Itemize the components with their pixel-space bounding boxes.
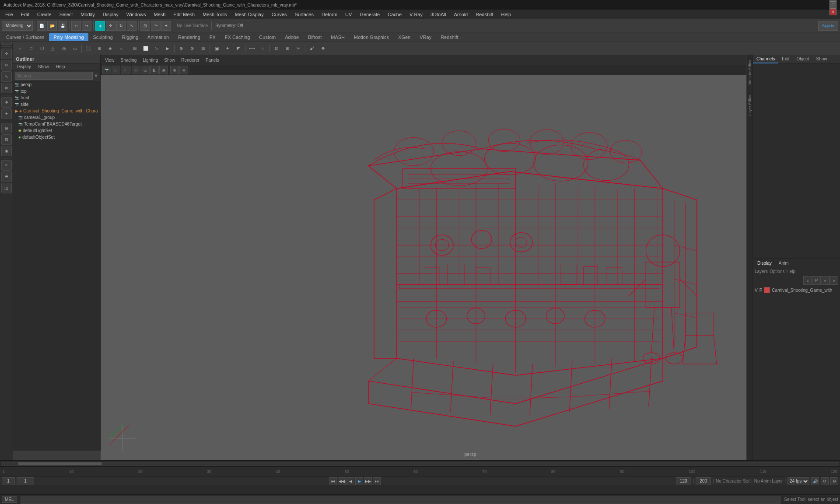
slide-btn[interactable]: ▶ — [162, 43, 173, 54]
layer-v-toggle[interactable]: V — [755, 288, 758, 293]
outliner-item-obj-set[interactable]: ◈ defaultObjectSet — [13, 134, 100, 140]
goto-end-btn[interactable]: ⏭ — [373, 477, 381, 485]
tab-redshift[interactable]: Redshift — [436, 33, 462, 41]
outliner-display-tab[interactable]: Display — [13, 63, 35, 70]
edit-tab[interactable]: Edit — [778, 55, 793, 63]
outliner-help-tab[interactable]: Help — [52, 63, 69, 70]
layer-editor-label[interactable]: Layer Editor — [748, 94, 752, 116]
layer-add-btn[interactable]: « — [803, 276, 812, 285]
sphere-btn[interactable]: ○ — [15, 43, 25, 54]
menu-item-v-ray[interactable]: V-Ray — [406, 11, 426, 18]
snap-point-btn[interactable]: ✦ — [161, 21, 171, 31]
vp-camera-btn[interactable]: 📷 — [102, 66, 111, 74]
canvas-area[interactable]: persp — [101, 75, 840, 460]
loop-cut-btn[interactable]: ⊟ — [130, 43, 140, 54]
tab-rendering[interactable]: Rendering — [174, 33, 205, 41]
close-button[interactable]: ✕ — [830, 8, 836, 15]
channels-tab[interactable]: Channels — [753, 55, 778, 63]
tab-bifrost[interactable]: Bifrost — [304, 33, 326, 41]
vp-xray-btn[interactable]: ◈ — [179, 66, 188, 74]
channel-btn[interactable]: ☰ — [1, 172, 12, 182]
tab-fx-caching[interactable]: FX Caching — [220, 33, 254, 41]
mode-dropdown[interactable]: Modeling — [2, 21, 33, 31]
fps-dropdown[interactable]: 24 fps 30 fps — [788, 477, 809, 485]
attribute-editor-label[interactable]: Attribute Editor — [748, 60, 752, 86]
show-tab[interactable]: Show — [812, 55, 830, 63]
bevel-btn[interactable]: ◈ — [105, 43, 116, 54]
vp-view-menu[interactable]: View — [102, 57, 117, 63]
uv-cut-btn[interactable]: ✂ — [293, 43, 304, 54]
snap-grid-btn[interactable]: ⊞ — [140, 21, 150, 31]
vp-isolate-btn[interactable]: ◉ — [170, 66, 179, 74]
start-frame-input[interactable] — [2, 477, 15, 485]
maximize-button[interactable]: □ — [830, 1, 836, 8]
anim-layer-tab[interactable]: Anim — [776, 260, 791, 266]
tab-fx[interactable]: FX — [205, 33, 220, 41]
quick-layout-btn[interactable]: ⊞ — [1, 123, 12, 133]
soft-sel-btn[interactable]: ❖ — [318, 43, 328, 54]
menu-item-create[interactable]: Create — [34, 11, 55, 18]
fill-hole-btn[interactable]: ▣ — [211, 43, 222, 54]
transform-tool-btn[interactable]: ⊕ — [1, 83, 12, 93]
cube-btn[interactable]: □ — [26, 43, 36, 54]
cone-btn[interactable]: △ — [48, 43, 58, 54]
step-forward-btn[interactable]: ▶▶ — [364, 477, 372, 485]
rotate-btn[interactable]: ↻ — [116, 21, 126, 31]
new-btn[interactable]: 📄 — [37, 21, 46, 31]
play-back-btn[interactable]: ◀ — [346, 477, 354, 485]
layer-key-btn[interactable]: » — [830, 276, 838, 285]
menu-item-mesh[interactable]: Mesh — [150, 11, 169, 18]
menu-item-help[interactable]: Help — [498, 11, 515, 18]
outliner-item-camera1-group[interactable]: 📷 camera1_group — [13, 114, 100, 121]
mirror-btn[interactable]: ⟺ — [247, 43, 257, 54]
vp-home-btn[interactable]: ⌂ — [121, 66, 130, 74]
layer-btn[interactable]: ◫ — [1, 183, 12, 193]
scale-btn[interactable]: ⤡ — [127, 21, 136, 31]
plane-btn[interactable]: ▭ — [70, 43, 80, 54]
tab-animation[interactable]: Animation — [143, 33, 173, 41]
merge-btn[interactable]: ⬦ — [116, 43, 126, 54]
audio-btn[interactable]: 🔊 — [811, 477, 819, 485]
menu-item-edit[interactable]: Edit — [18, 11, 33, 18]
bridge-btn[interactable]: ⊞ — [94, 43, 105, 54]
vp-panels-menu[interactable]: Panels — [203, 57, 222, 63]
outliner-search-input[interactable] — [15, 72, 93, 80]
offset-btn[interactable]: ⬜ — [140, 43, 151, 54]
vp-renderer-menu[interactable]: Renderer — [178, 57, 202, 63]
boolean-btn[interactable]: ⊠ — [198, 43, 208, 54]
menu-item-cache[interactable]: Cache — [384, 11, 405, 18]
tab-sculpting[interactable]: Sculpting — [89, 33, 117, 41]
tab-adobe[interactable]: Adobe — [280, 33, 303, 41]
menu-item-3dtoall[interactable]: 3DtoAll — [427, 11, 449, 18]
smooth-btn[interactable]: ≈ — [258, 43, 268, 54]
uv-layout-btn[interactable]: ⊞ — [282, 43, 293, 54]
combine-btn[interactable]: ⊕ — [176, 43, 186, 54]
playback-end-input[interactable] — [676, 477, 691, 485]
vp-lighting-menu[interactable]: Lighting — [140, 57, 161, 63]
move-tool-btn[interactable]: ✛ — [1, 49, 12, 59]
menu-item-edit-mesh[interactable]: Edit Mesh — [170, 11, 198, 18]
layer-ref-btn[interactable]: « — [821, 276, 830, 285]
vp-show-menu[interactable]: Show — [161, 57, 178, 63]
torus-btn[interactable]: ◎ — [59, 43, 69, 54]
vp-shade-btn[interactable]: ◧ — [150, 66, 159, 74]
uv-unfold-btn[interactable]: ⊡ — [271, 43, 282, 54]
outliner-item-persp[interactable]: 📷 persp — [13, 81, 100, 88]
tab-xgen[interactable]: XGen — [394, 33, 415, 41]
menu-item-surfaces[interactable]: Surfaces — [291, 11, 317, 18]
menu-item-arnold[interactable]: Arnold — [450, 11, 471, 18]
settings-btn[interactable]: ⚙ — [830, 477, 838, 485]
menu-item-redshift[interactable]: Redshift — [472, 11, 497, 18]
mel-input[interactable] — [21, 496, 781, 504]
mel-mode-label[interactable]: MEL — [2, 496, 17, 503]
open-btn[interactable]: 📂 — [47, 21, 57, 31]
menu-item-windows[interactable]: Windows — [123, 11, 150, 18]
loop-btn[interactable]: ↺ — [821, 477, 829, 485]
search-dropdown-icon[interactable]: ▼ — [94, 73, 98, 78]
tab-vray[interactable]: VRay — [415, 33, 436, 41]
outliner-item-top[interactable]: 📷 top — [13, 88, 100, 94]
layer-color-swatch[interactable] — [764, 287, 770, 293]
sculpt-btn[interactable]: ✦ — [1, 108, 12, 119]
vp-shading-menu[interactable]: Shading — [118, 57, 140, 63]
snap-curve-btn[interactable]: 〜 — [151, 21, 161, 31]
